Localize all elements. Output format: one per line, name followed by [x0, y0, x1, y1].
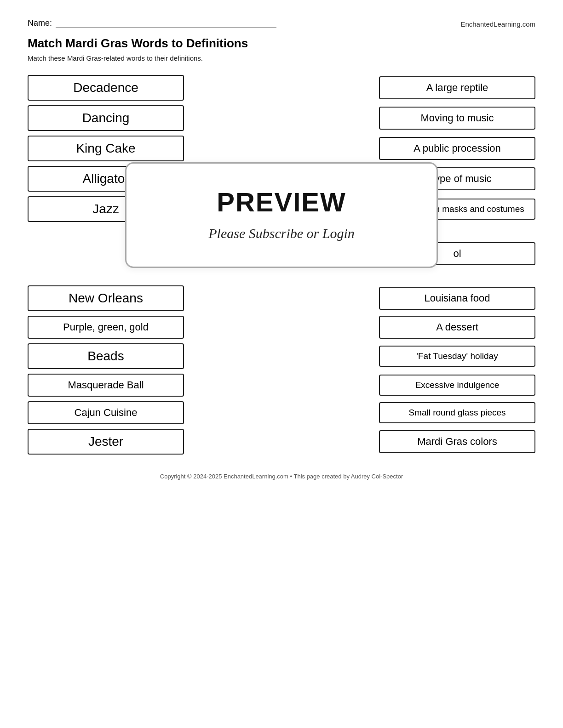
page-title: Match Mardi Gras Words to Definitions	[28, 36, 535, 51]
word-decadence: Decadence	[28, 75, 184, 101]
word-jester: Jester	[28, 429, 184, 455]
footer: Copyright © 2024-2025 EnchantedLearning.…	[28, 473, 535, 480]
match-row-11: Beads 'Fat Tuesday' holiday	[28, 343, 535, 369]
def-large-reptile: A large reptile	[379, 76, 535, 99]
preview-overlay: PREVIEW Please Subscribe or Login	[125, 162, 438, 268]
def-moving-to-music: Moving to music	[379, 107, 535, 130]
match-row-12: Masquerade Ball Excessive indulgence	[28, 374, 535, 397]
def-small-round-glass: Small round glass pieces	[379, 402, 535, 423]
word-cajun-cuisine: Cajun Cuisine	[28, 401, 184, 424]
match-row-1: Decadence A large reptile	[28, 75, 535, 101]
match-row-13: Cajun Cuisine Small round glass pieces	[28, 401, 535, 424]
word-beads: Beads	[28, 343, 184, 369]
match-row-14: Jester Mardi Gras colors	[28, 429, 535, 455]
def-dessert: A dessert	[379, 316, 535, 339]
preview-subtitle: Please Subscribe or Login	[208, 226, 354, 241]
match-row-8	[28, 270, 535, 281]
def-excessive-indulgence: Excessive indulgence	[379, 375, 535, 396]
match-container: Decadence A large reptile Dancing Moving…	[28, 75, 535, 459]
name-label: Name:	[28, 18, 52, 28]
site-url: EnchantedLearning.com	[460, 20, 535, 28]
name-line: Name:	[28, 18, 276, 28]
word-new-orleans: New Orleans	[28, 285, 184, 311]
def-louisiana-food: Louisiana food	[379, 287, 535, 310]
word-purple-green-gold: Purple, green, gold	[28, 316, 184, 339]
match-row-9: New Orleans Louisiana food	[28, 285, 535, 311]
preview-title: PREVIEW	[217, 187, 346, 217]
match-row-2: Dancing Moving to music	[28, 105, 535, 131]
def-mardi-gras-colors: Mardi Gras colors	[379, 430, 535, 453]
subtitle: Match these Mardi Gras-related words to …	[28, 54, 535, 62]
name-underline	[56, 19, 276, 28]
match-row-3: King Cake A public procession	[28, 136, 535, 161]
match-row-10: Purple, green, gold A dessert	[28, 316, 535, 339]
word-masquerade-ball: Masquerade Ball	[28, 374, 184, 397]
def-public-procession: A public procession	[379, 137, 535, 160]
def-fat-tuesday: 'Fat Tuesday' holiday	[379, 346, 535, 367]
header: Name: EnchantedLearning.com	[28, 18, 535, 28]
word-king-cake: King Cake	[28, 136, 184, 161]
word-dancing: Dancing	[28, 105, 184, 131]
